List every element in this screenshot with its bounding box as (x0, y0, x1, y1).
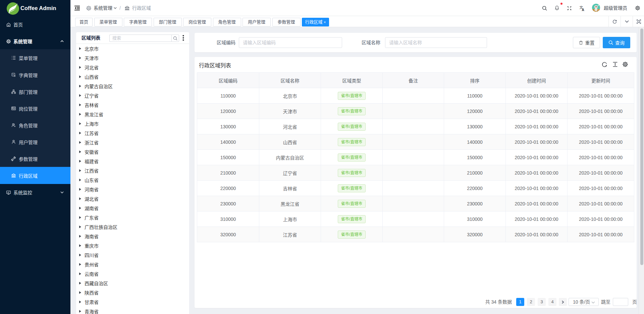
svg-text:A: A (13, 73, 14, 75)
svg-text:A: A (582, 8, 584, 11)
